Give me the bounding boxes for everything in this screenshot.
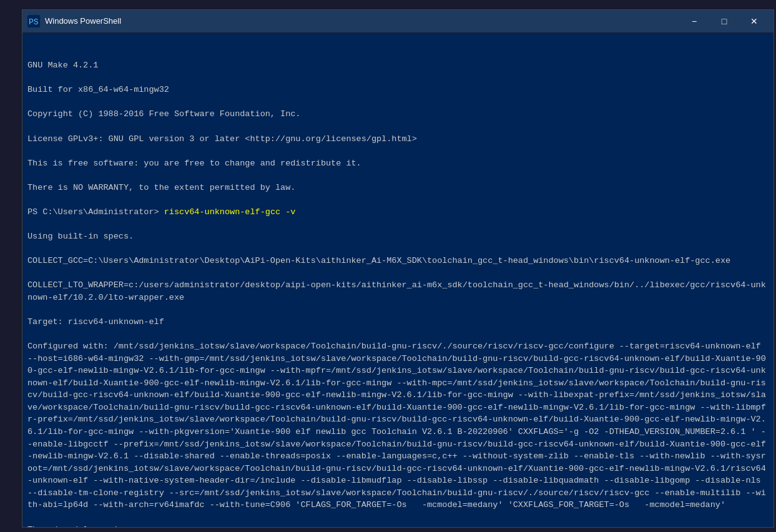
close-button[interactable]: ✕ — [740, 12, 769, 30]
terminal-line: Using built-in specs. — [27, 230, 769, 243]
maximize-button[interactable]: □ — [710, 12, 739, 30]
powershell-icon: PS — [27, 15, 40, 27]
terminal-line: Copyright (C) 1988-2016 Free Software Fo… — [27, 108, 769, 121]
terminal-line: Built for x86_64-w64-mingw32 — [27, 84, 769, 96]
minimize-button[interactable]: − — [680, 12, 709, 30]
terminal-line: Configured with: /mnt/ssd/jenkins_iotsw/… — [27, 340, 769, 511]
window-title: Windows PowerShell — [45, 16, 680, 26]
terminal-line: COLLECT_LTO_WRAPPER=c:/users/administrat… — [27, 279, 769, 303]
svg-text:PS: PS — [29, 17, 39, 27]
terminal-line: Target: riscv64-unknown-elf — [27, 316, 769, 328]
terminal-line: This is free software: you are free to c… — [27, 157, 769, 170]
terminal-line: There is NO WARRANTY, to the extent perm… — [27, 182, 769, 194]
terminal-line: COLLECT_GCC=C:\Users\Administrator\Deskt… — [27, 255, 769, 267]
terminal-line: License GPLv3+: GNU GPL version 3 or lat… — [27, 133, 769, 145]
terminal-output[interactable]: GNU Make 4.2.1 Built for x86_64-w64-ming… — [22, 32, 774, 527]
powershell-window: PS Windows PowerShell − □ ✕ GNU Make 4.2… — [22, 9, 774, 528]
terminal-line: GNU Make 4.2.1 — [27, 59, 769, 72]
titlebar: PS Windows PowerShell − □ ✕ — [22, 10, 774, 32]
terminal-line: Thread model: posix — [27, 524, 769, 528]
terminal-line: PS C:\Users\Administrator> riscv64-unkno… — [27, 206, 769, 219]
titlebar-buttons: − □ ✕ — [680, 12, 769, 30]
